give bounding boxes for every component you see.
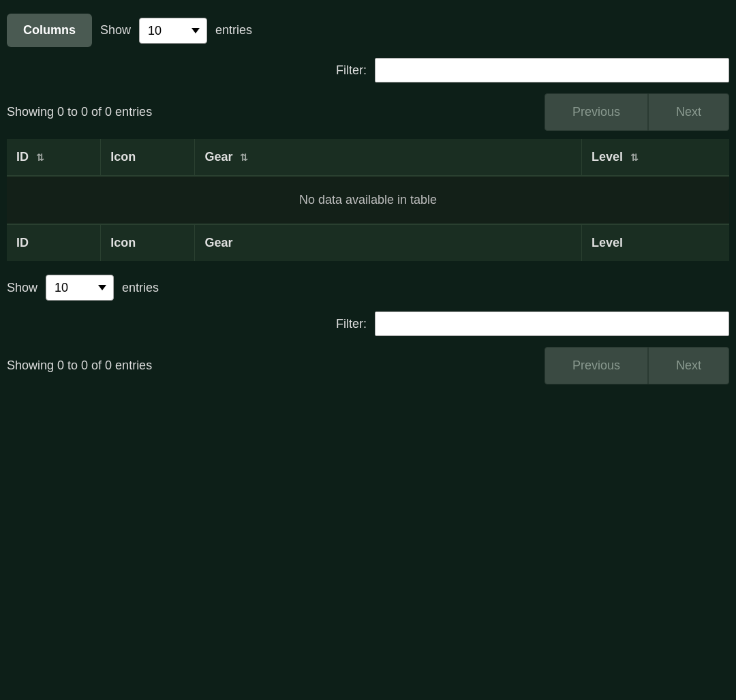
footer-row: ID Icon Gear Level <box>7 224 729 261</box>
top-status-pagination: Showing 0 to 0 of 0 entries Previous Nex… <box>7 93 729 131</box>
col-footer-id: ID <box>7 224 101 261</box>
sort-icon-level: ⇅ <box>630 152 639 163</box>
filter-input-top[interactable] <box>375 58 729 82</box>
entries-select-top[interactable]: 10 25 50 100 <box>139 18 207 44</box>
entries-select-bottom[interactable]: 10 25 50 100 <box>46 275 114 301</box>
sort-icon-gear: ⇅ <box>240 152 248 163</box>
col-header-id[interactable]: ID ⇅ <box>7 139 101 176</box>
col-footer-icon: Icon <box>101 224 195 261</box>
bottom-toolbar: Show 10 25 50 100 entries <box>7 275 729 301</box>
bottom-section: Show 10 25 50 100 entries Filter: Showin… <box>7 275 729 384</box>
main-table: ID ⇅ Icon Gear ⇅ Level ⇅ No data availab… <box>7 139 729 261</box>
top-pagination: Previous Next <box>545 93 729 131</box>
no-data-cell: No data available in table <box>7 176 729 224</box>
table-footer: ID Icon Gear Level <box>7 224 729 261</box>
bottom-status-pagination: Showing 0 to 0 of 0 entries Previous Nex… <box>7 347 729 384</box>
col-level-label: Level <box>592 150 623 164</box>
showing-text-bottom: Showing 0 to 0 of 0 entries <box>7 359 152 373</box>
col-footer-icon-label: Icon <box>110 236 136 249</box>
sort-icon-id: ⇅ <box>36 152 44 163</box>
col-footer-level: Level <box>582 224 730 261</box>
col-icon-label: Icon <box>110 150 136 164</box>
top-filter-row: Filter: <box>7 58 729 82</box>
filter-label-bottom: Filter: <box>336 317 367 331</box>
col-footer-level-label: Level <box>592 236 623 249</box>
bottom-filter-row: Filter: <box>7 311 729 336</box>
col-footer-gear-label: Gear <box>204 236 232 249</box>
show-label-bottom: Show <box>7 281 37 295</box>
bottom-pagination: Previous Next <box>545 347 729 384</box>
col-footer-gear: Gear <box>195 224 582 261</box>
col-header-gear[interactable]: Gear ⇅ <box>195 139 582 176</box>
col-header-level[interactable]: Level ⇅ <box>582 139 730 176</box>
next-button-top[interactable]: Next <box>648 93 729 131</box>
previous-button-top[interactable]: Previous <box>545 93 648 131</box>
col-gear-label: Gear <box>204 150 232 164</box>
previous-button-bottom[interactable]: Previous <box>545 347 648 384</box>
filter-label-top: Filter: <box>336 63 367 78</box>
entries-label-top: entries <box>215 23 252 37</box>
header-row: ID ⇅ Icon Gear ⇅ Level ⇅ <box>7 139 729 176</box>
filter-input-bottom[interactable] <box>375 311 729 336</box>
col-header-icon: Icon <box>101 139 195 176</box>
entries-label-bottom: entries <box>122 281 159 295</box>
next-button-bottom[interactable]: Next <box>648 347 729 384</box>
no-data-row: No data available in table <box>7 176 729 224</box>
table-body: No data available in table <box>7 176 729 224</box>
col-footer-id-label: ID <box>16 236 29 249</box>
show-label: Show <box>100 23 131 37</box>
col-id-label: ID <box>16 150 29 164</box>
columns-button[interactable]: Columns <box>7 14 92 47</box>
showing-text-top: Showing 0 to 0 of 0 entries <box>7 105 152 119</box>
table-header: ID ⇅ Icon Gear ⇅ Level ⇅ <box>7 139 729 176</box>
top-toolbar: Columns Show 10 25 50 100 entries <box>7 14 729 47</box>
